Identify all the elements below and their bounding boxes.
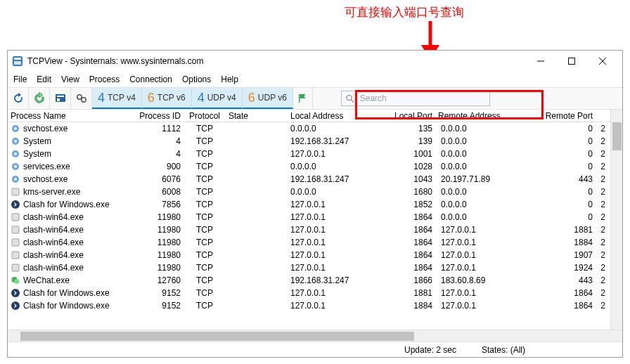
process-icon: [11, 275, 20, 285]
table-row[interactable]: clash-win64.exe11980TCP127.0.0.11864127.…: [8, 249, 610, 261]
refresh-solid-icon: [12, 92, 25, 105]
cell-remote-port: 0: [542, 124, 596, 134]
table-row[interactable]: Clash for Windows.exe9152TCP127.0.0.1188…: [8, 287, 610, 299]
horizontal-scrollbar[interactable]: [8, 330, 622, 342]
col-remote-addr[interactable]: Remote Address: [435, 111, 542, 121]
cell-process-id: 1112: [127, 124, 184, 134]
cell-process-name: svchost.exe: [23, 124, 68, 134]
cell-remote-port: 0: [542, 187, 596, 197]
col-local-port[interactable]: Local Port: [392, 111, 435, 121]
svg-rect-32: [12, 252, 19, 259]
cell-local-port: 1043: [392, 174, 435, 184]
cell-local-port: 1864: [392, 225, 435, 235]
cell-local-port: 139: [392, 136, 435, 146]
table-row[interactable]: System4TCP127.0.0.110010.0.0.002: [8, 148, 610, 160]
cell-extra: 2: [596, 162, 608, 171]
cell-extra: 2: [596, 288, 608, 298]
table-row[interactable]: WeChat.exe12760TCP192.168.31.2471866183.…: [8, 274, 610, 287]
settings-button[interactable]: [71, 88, 92, 109]
cell-extra: 2: [596, 301, 608, 311]
cell-local-port: 1680: [392, 187, 435, 197]
process-icon: [11, 136, 20, 146]
flag-icon: [297, 93, 308, 104]
cell-protocol: TCP: [184, 174, 226, 184]
cell-extra: 2: [596, 212, 608, 222]
window-title: TCPView - Sysinternals: www.sysinternals…: [27, 56, 204, 66]
process-icon: [11, 301, 20, 311]
cell-protocol: TCP: [184, 136, 226, 146]
svg-point-20: [14, 140, 17, 143]
process-icon: [11, 212, 20, 222]
filter-label: UDP v4: [207, 93, 236, 103]
table-row[interactable]: svchost.exe6076TCP192.168.31.247104320.1…: [8, 173, 610, 186]
table-row[interactable]: clash-win64.exe11980TCP127.0.0.11864127.…: [8, 261, 610, 274]
digit-4-icon: 4: [98, 91, 105, 105]
cell-process-name: kms-server.exe: [23, 187, 80, 197]
cell-remote-port: 1924: [542, 263, 596, 273]
filter-udp-v6-button[interactable]: 6 UDP v6: [243, 88, 293, 109]
minimize-button[interactable]: [525, 51, 556, 71]
col-process-id[interactable]: Process ID: [127, 111, 184, 121]
menu-connection[interactable]: Connection: [129, 74, 172, 84]
menu-process[interactable]: Process: [89, 74, 120, 84]
cell-process-id: 9152: [127, 288, 184, 298]
cell-protocol: TCP: [184, 250, 226, 260]
filter-tcp-v4-button[interactable]: 4 TCP v4: [92, 88, 142, 109]
table-row[interactable]: System4TCP192.168.31.2471390.0.0.002: [8, 135, 610, 148]
auto-refresh-button[interactable]: [29, 88, 50, 109]
col-remote-port[interactable]: Remote Port: [542, 111, 596, 121]
properties-button[interactable]: [50, 88, 71, 109]
col-state[interactable]: State: [226, 111, 288, 121]
cell-local-port: 1864: [392, 250, 435, 260]
menu-file[interactable]: File: [13, 74, 27, 84]
cell-protocol: TCP: [184, 288, 226, 298]
resolve-addresses-button[interactable]: [293, 88, 313, 109]
menu-view[interactable]: View: [61, 74, 79, 84]
cell-process-name: clash-win64.exe: [23, 212, 84, 222]
col-protocol[interactable]: Protocol: [184, 111, 226, 121]
maximize-button[interactable]: [556, 51, 587, 71]
refresh-now-button[interactable]: [8, 88, 29, 109]
connections-grid: Process Name Process ID Protocol State L…: [8, 110, 622, 330]
filter-tcp-v6-button[interactable]: 6 TCP v6: [142, 88, 192, 109]
vertical-scrollbar[interactable]: [610, 110, 622, 330]
app-window: TCPView - Sysinternals: www.sysinternals…: [7, 50, 623, 358]
search-input[interactable]: [359, 93, 485, 104]
cell-remote-addr: 127.0.0.1: [435, 288, 542, 298]
cell-remote-port: 443: [542, 275, 596, 285]
table-row[interactable]: clash-win64.exe11980TCP127.0.0.118640.0.…: [8, 211, 610, 223]
menu-options[interactable]: Options: [182, 74, 211, 84]
cell-local-addr: 0.0.0.0: [288, 187, 392, 197]
cell-remote-port: 443: [542, 174, 596, 184]
cell-remote-port: 1884: [542, 238, 596, 247]
cell-remote-addr: 0.0.0.0: [435, 162, 542, 171]
table-row[interactable]: Clash for Windows.exe9152TCP127.0.0.1188…: [8, 299, 610, 312]
cell-process-id: 7856: [127, 200, 184, 209]
col-local-addr[interactable]: Local Address: [288, 111, 392, 121]
table-row[interactable]: services.exe900TCP0.0.0.010280.0.0.002: [8, 160, 610, 173]
table-row[interactable]: Clash for Windows.exe7856TCP127.0.0.1185…: [8, 198, 610, 211]
close-button[interactable]: [587, 51, 618, 71]
filter-udp-v4-button[interactable]: 4 UDP v4: [192, 88, 243, 109]
cell-extra: 2: [596, 225, 608, 235]
cell-remote-addr: 20.197.71.89: [435, 174, 542, 184]
table-row[interactable]: clash-win64.exe11980TCP127.0.0.11864127.…: [8, 236, 610, 249]
cell-process-id: 11980: [127, 250, 184, 260]
process-icon: [11, 162, 20, 171]
col-process-name[interactable]: Process Name: [8, 111, 127, 121]
search-box[interactable]: [341, 91, 490, 106]
svg-point-35: [15, 279, 20, 284]
cell-extra: 2: [596, 200, 608, 209]
cell-local-port: 1881: [392, 288, 435, 298]
cell-protocol: TCP: [184, 187, 226, 197]
menu-help[interactable]: Help: [221, 74, 238, 84]
cell-process-id: 11980: [127, 225, 184, 235]
table-row[interactable]: svchost.exe1112TCP0.0.0.01350.0.0.002: [8, 122, 610, 135]
table-row[interactable]: clash-win64.exe11980TCP127.0.0.11864127.…: [8, 223, 610, 236]
menu-edit[interactable]: Edit: [37, 74, 51, 84]
table-row[interactable]: kms-server.exe6008TCP0.0.0.016800.0.0.00…: [8, 186, 610, 198]
hscroll-thumb[interactable]: [20, 332, 414, 341]
minimize-icon: [537, 58, 544, 65]
vscroll-thumb[interactable]: [612, 122, 622, 150]
cell-local-addr: 192.168.31.247: [288, 275, 392, 285]
